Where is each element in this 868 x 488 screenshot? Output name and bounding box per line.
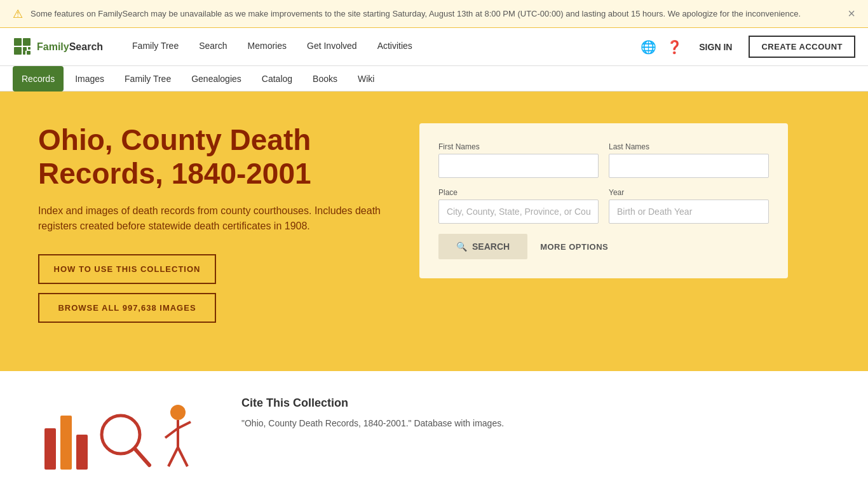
svg-rect-3 — [23, 47, 27, 51]
svg-rect-7 — [44, 428, 56, 470]
sub-nav-catalog[interactable]: Catalog — [253, 66, 301, 92]
svg-rect-1 — [23, 38, 31, 46]
main-nav: Family Tree Search Memories Get Involved… — [122, 28, 641, 66]
sub-nav-records[interactable]: Records — [13, 66, 64, 92]
svg-rect-5 — [23, 51, 25, 55]
place-input[interactable] — [438, 200, 599, 224]
first-names-field: First Names — [438, 142, 599, 178]
help-icon-button[interactable]: ❓ — [667, 39, 682, 55]
cite-section: Cite This Collection "Ohio, County Death… — [241, 396, 830, 430]
nav-memories[interactable]: Memories — [238, 28, 297, 66]
svg-point-12 — [170, 405, 186, 420]
hero-title: Ohio, County Death Records, 1840-2001 — [38, 123, 394, 191]
sign-in-button[interactable]: SIGN IN — [693, 42, 738, 52]
search-place-year-row: Place Year — [438, 188, 769, 224]
year-label: Year — [609, 188, 769, 197]
search-button[interactable]: 🔍 SEARCH — [438, 234, 527, 259]
svg-rect-9 — [76, 435, 88, 470]
svg-line-14 — [165, 428, 178, 438]
logo[interactable]: FamilySearch — [13, 37, 103, 57]
search-button-label: SEARCH — [472, 241, 510, 252]
svg-line-15 — [178, 422, 191, 428]
sub-nav-books[interactable]: Books — [304, 66, 346, 92]
sub-nav-wiki[interactable]: Wiki — [349, 66, 383, 92]
svg-rect-4 — [28, 47, 31, 50]
nav-family-tree[interactable]: Family Tree — [122, 28, 189, 66]
how-to-use-button[interactable]: HOW TO USE THIS COLLECTION — [38, 254, 216, 284]
create-account-button[interactable]: CREATE ACCOUNT — [749, 36, 855, 58]
place-label: Place — [438, 188, 599, 197]
alert-banner: ⚠ Some features on FamilySearch may be u… — [0, 0, 868, 28]
sub-nav-images[interactable]: Images — [66, 66, 113, 92]
svg-line-17 — [178, 447, 187, 466]
last-names-field: Last Names — [609, 142, 769, 178]
sub-nav-family-tree[interactable]: Family Tree — [116, 66, 180, 92]
warning-icon: ⚠ — [13, 7, 23, 21]
svg-rect-2 — [14, 47, 22, 55]
hero-section: Ohio, County Death Records, 1840-2001 In… — [0, 92, 868, 371]
search-actions: 🔍 SEARCH MORE OPTIONS — [438, 234, 769, 259]
svg-rect-6 — [27, 51, 31, 55]
logo-family: FamilySearch — [37, 41, 103, 53]
browse-images-button[interactable]: BROWSE ALL 997,638 IMAGES — [38, 293, 216, 323]
year-field: Year — [609, 188, 769, 224]
alert-message: Some features on FamilySearch may be una… — [31, 9, 840, 18]
svg-rect-8 — [60, 416, 72, 470]
globe-icon-button[interactable]: 🌐 — [641, 39, 656, 55]
cite-title: Cite This Collection — [241, 396, 830, 410]
cite-text: "Ohio, County Death Records, 1840-2001."… — [241, 416, 830, 430]
svg-line-16 — [168, 447, 178, 466]
sub-nav: Records Images Family Tree Genealogies C… — [0, 66, 868, 92]
nav-activities[interactable]: Activities — [367, 28, 423, 66]
search-name-row: First Names Last Names — [438, 142, 769, 178]
svg-line-11 — [135, 449, 149, 465]
search-panel: First Names Last Names Place Year 🔍 SEAR… — [419, 123, 788, 278]
nav-search[interactable]: Search — [189, 28, 237, 66]
sub-nav-genealogies[interactable]: Genealogies — [182, 66, 250, 92]
year-input[interactable] — [609, 200, 769, 224]
illustration-svg — [38, 396, 203, 473]
hero-description: Index and images of death records from c… — [38, 203, 394, 234]
more-options-button[interactable]: MORE OPTIONS — [540, 242, 608, 252]
alert-close-button[interactable]: × — [848, 6, 855, 21]
svg-rect-0 — [14, 38, 22, 46]
logo-icon — [13, 37, 33, 57]
place-field: Place — [438, 188, 599, 224]
first-names-input[interactable] — [438, 154, 599, 178]
bottom-section: Cite This Collection "Ohio, County Death… — [0, 371, 868, 488]
last-names-input[interactable] — [609, 154, 769, 178]
header-actions: 🌐 ❓ SIGN IN CREATE ACCOUNT — [641, 36, 855, 58]
hero-content: Ohio, County Death Records, 1840-2001 In… — [38, 123, 394, 332]
search-icon: 🔍 — [456, 241, 467, 252]
nav-get-involved[interactable]: Get Involved — [297, 28, 367, 66]
last-names-label: Last Names — [609, 142, 769, 151]
illustration — [38, 396, 216, 473]
header: FamilySearch Family Tree Search Memories… — [0, 28, 868, 66]
first-names-label: First Names — [438, 142, 599, 151]
